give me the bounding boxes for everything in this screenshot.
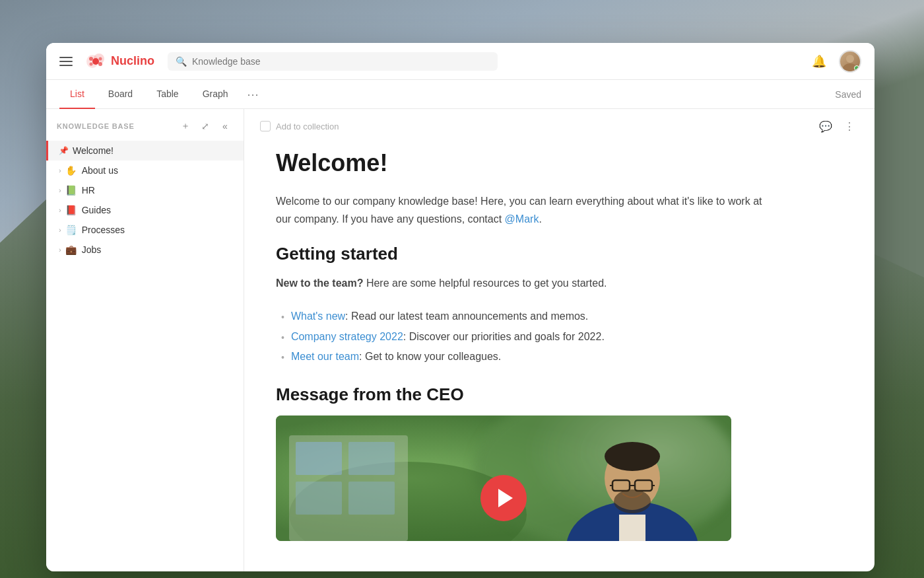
sidebar: KNOWLEDGE BASE ＋ ⤢ « 📌 Welcome! ☐ › ✋ Ab… xyxy=(46,109,244,571)
tab-graph[interactable]: Graph xyxy=(192,80,239,109)
svg-rect-15 xyxy=(296,482,342,515)
intro-paragraph: Welcome to our company knowledge base! H… xyxy=(276,193,780,228)
mention-link[interactable]: @Mark xyxy=(505,213,539,225)
app-name: Nuclino xyxy=(111,54,154,68)
svg-point-26 xyxy=(614,489,651,513)
svg-point-2 xyxy=(92,58,99,65)
sidebar-item-label: HR xyxy=(82,185,224,196)
nuclino-logo-icon xyxy=(86,54,106,69)
comments-button[interactable]: 💬 xyxy=(816,117,835,135)
sidebar-actions: ＋ ⤢ « xyxy=(178,118,233,134)
svg-rect-14 xyxy=(348,442,395,475)
sidebar-item-processes[interactable]: › 🗒️ Processes ☐ xyxy=(46,220,244,240)
svg-point-4 xyxy=(98,62,102,66)
add-collection-checkbox[interactable] xyxy=(260,121,271,131)
play-button[interactable] xyxy=(480,475,527,521)
menu-button[interactable] xyxy=(59,52,78,71)
search-input[interactable] xyxy=(192,56,490,67)
ceo-message-title: Message from the CEO xyxy=(276,384,780,405)
getting-started-title: Getting started xyxy=(276,244,780,264)
sidebar-item-welcome[interactable]: 📌 Welcome! ☐ xyxy=(46,141,244,161)
content-actions: 💬 ⋮ xyxy=(816,117,859,135)
chevron-icon: › xyxy=(59,166,61,174)
bullet-0-rest: : Read our latest team announcements and… xyxy=(345,310,588,322)
svg-rect-16 xyxy=(348,482,395,515)
search-icon: 🔍 xyxy=(176,56,187,67)
sidebar-item-label: Welcome! xyxy=(73,145,224,156)
bullet-2-rest: : Get to know your colleagues. xyxy=(359,351,501,362)
svg-rect-18 xyxy=(619,515,645,541)
sidebar-item-hr[interactable]: › 📗 HR ☐ xyxy=(46,180,244,200)
sidebar-item-label: Guides xyxy=(82,205,224,215)
app-window: Nuclino 🔍 🔔 List Board Table xyxy=(46,43,874,571)
bullet-1-rest: : Discover our priorities and goals for … xyxy=(403,331,605,342)
sidebar-header: KNOWLEDGE BASE ＋ ⤢ « xyxy=(46,109,244,141)
svg-point-7 xyxy=(846,55,854,63)
list-item: Company strategy 2022: Discover our prio… xyxy=(276,328,780,345)
new-to-team-paragraph: New to the team? Here are some helpful r… xyxy=(276,275,780,292)
header: Nuclino 🔍 🔔 xyxy=(46,43,874,80)
collapse-sidebar-button[interactable]: « xyxy=(217,118,233,134)
more-options-button[interactable]: ⋮ xyxy=(840,117,859,135)
item-emoji: ✋ xyxy=(65,165,77,176)
add-collection-label[interactable]: Add to collection xyxy=(276,122,339,131)
svg-point-20 xyxy=(605,442,660,471)
meet-team-link[interactable]: Meet our team xyxy=(291,351,359,362)
content-area: Add to collection 💬 ⋮ Welcome! Welcome t… xyxy=(244,109,874,571)
item-emoji: 📕 xyxy=(65,205,77,215)
sidebar-item-jobs[interactable]: › 💼 Jobs ☐ xyxy=(46,240,244,260)
intro-text-2: . xyxy=(539,213,541,225)
sidebar-item-about-us[interactable]: › ✋ About us ☐ xyxy=(46,161,244,180)
sidebar-item-label: Processes xyxy=(82,225,224,235)
main-area: KNOWLEDGE BASE ＋ ⤢ « 📌 Welcome! ☐ › ✋ Ab… xyxy=(46,109,874,571)
item-emoji: 📗 xyxy=(65,185,77,196)
tabs-more-button[interactable]: ⋯ xyxy=(242,80,264,109)
list-item: What's new: Read our latest team announc… xyxy=(276,308,780,325)
tab-table[interactable]: Table xyxy=(146,80,189,109)
resource-list: What's new: Read our latest team announc… xyxy=(276,308,780,365)
chevron-icon: › xyxy=(59,226,61,234)
logo: Nuclino xyxy=(86,54,154,69)
svg-point-6 xyxy=(90,62,93,65)
tab-board[interactable]: Board xyxy=(98,80,143,109)
svg-point-5 xyxy=(99,57,102,60)
content-body: Welcome! Welcome to our company knowledg… xyxy=(244,143,812,567)
list-item: Meet our team: Get to know your colleagu… xyxy=(276,348,780,365)
sidebar-section-title: KNOWLEDGE BASE xyxy=(57,122,172,130)
svg-rect-13 xyxy=(296,442,342,475)
new-to-team-text: Here are some helpful resources to get y… xyxy=(363,277,607,289)
video-container[interactable] xyxy=(276,415,731,541)
chevron-icon: › xyxy=(59,206,61,214)
ceo-person xyxy=(533,415,731,541)
header-right: 🔔 xyxy=(810,50,861,73)
online-status-dot xyxy=(854,65,859,71)
sidebar-item-label: Jobs xyxy=(82,244,224,255)
svg-point-3 xyxy=(89,57,93,61)
search-bar[interactable]: 🔍 xyxy=(168,52,498,71)
page-title: Welcome! xyxy=(276,149,780,177)
notifications-button[interactable]: 🔔 xyxy=(810,52,828,71)
chevron-icon: › xyxy=(59,186,61,194)
sidebar-item-label: About us xyxy=(82,165,224,176)
tabs-bar: List Board Table Graph ⋯ Saved xyxy=(46,80,874,109)
saved-status: Saved xyxy=(835,89,861,100)
item-emoji: 💼 xyxy=(65,244,77,255)
pin-icon: 📌 xyxy=(59,146,69,155)
item-emoji: 🗒️ xyxy=(65,225,77,235)
new-to-team-label: New to the team? xyxy=(276,277,363,289)
whats-new-link[interactable]: What's new xyxy=(291,310,345,322)
content-toolbar: Add to collection 💬 ⋮ xyxy=(244,109,874,143)
expand-button[interactable]: ⤢ xyxy=(197,118,213,134)
play-icon xyxy=(498,489,513,507)
chevron-icon: › xyxy=(59,246,61,254)
company-strategy-link[interactable]: Company strategy 2022 xyxy=(291,331,403,342)
sidebar-item-guides[interactable]: › 📕 Guides ☐ xyxy=(46,200,244,220)
add-item-button[interactable]: ＋ xyxy=(178,118,193,134)
avatar[interactable] xyxy=(839,50,861,73)
tab-list[interactable]: List xyxy=(59,80,95,109)
